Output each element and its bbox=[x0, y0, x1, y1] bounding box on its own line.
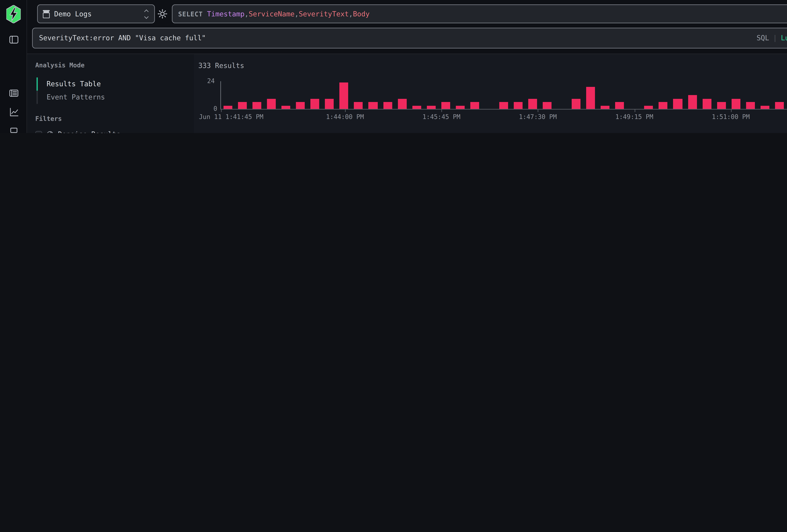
denoise-checkbox[interactable] bbox=[35, 131, 42, 133]
select-field-timestamp: Timestamp bbox=[207, 10, 244, 18]
filters-sidebar: Analysis Mode Results Table Event Patter… bbox=[27, 54, 194, 133]
results-header: 333 Results Scanned Rows: 788242 bbox=[198, 62, 787, 70]
select-separator: , bbox=[349, 10, 353, 18]
sql-toggle[interactable]: SQL bbox=[757, 34, 769, 42]
histogram-bar bbox=[296, 102, 305, 109]
y-axis-max-label: 24 bbox=[207, 78, 215, 84]
histogram-bars bbox=[221, 81, 787, 109]
histogram-bar bbox=[702, 99, 711, 109]
histogram-bar bbox=[369, 102, 378, 109]
chart-explorer-icon[interactable] bbox=[8, 106, 19, 117]
histogram-bar bbox=[499, 102, 508, 109]
select-field-severitytext: SeverityText bbox=[299, 10, 349, 18]
search-query-text: SeverityText:error AND "Visa cache full" bbox=[39, 34, 751, 42]
x-axis-tick bbox=[345, 109, 346, 112]
histogram-bar bbox=[731, 99, 740, 109]
x-axis-labels: Jun 11 1:41:45 PM 1:44:00 PM 1:45:45 PM … bbox=[221, 113, 787, 121]
histogram-bar bbox=[528, 99, 537, 109]
select-field-servicename: ServiceName bbox=[249, 10, 295, 18]
histogram-bar bbox=[253, 102, 261, 109]
x-tick-label: 1:47:30 PM bbox=[519, 113, 557, 120]
x-axis-tick bbox=[634, 109, 635, 112]
tab-results-table[interactable]: Results Table bbox=[37, 78, 188, 91]
histogram-bar bbox=[760, 105, 769, 109]
histogram-bar bbox=[688, 95, 697, 109]
x-tick-label: 1:51:00 PM bbox=[712, 113, 750, 120]
x-axis-tick bbox=[731, 109, 731, 112]
histogram-bar bbox=[543, 102, 552, 109]
x-tick-label: 1:44:00 PM bbox=[326, 113, 364, 120]
histogram-bar bbox=[325, 99, 334, 109]
denoise-label: Denoise Results bbox=[58, 130, 121, 133]
lucene-toggle[interactable]: Lucene bbox=[781, 34, 787, 42]
histogram-bar bbox=[282, 105, 291, 109]
histogram-bar bbox=[354, 102, 363, 109]
x-tick-label: Jun 11 1:41:45 PM bbox=[199, 113, 263, 120]
select-chevrons-icon bbox=[145, 10, 148, 18]
tab-event-patterns[interactable]: Event Patterns bbox=[37, 91, 188, 104]
sessions-icon[interactable] bbox=[8, 125, 19, 133]
results-count: 333 Results bbox=[198, 62, 244, 70]
search-logs-icon[interactable] bbox=[8, 87, 19, 98]
top-bar: Demo Logs SELECT Timestamp, ServiceName,… bbox=[27, 0, 787, 54]
app-root: ? U Demo Logs SELECT Timestamp, ServiceN… bbox=[0, 0, 787, 133]
select-keyword: SELECT bbox=[178, 10, 203, 17]
select-field-body: Body bbox=[353, 10, 369, 18]
icon-rail: ? U bbox=[0, 0, 27, 133]
histogram-bar bbox=[470, 102, 479, 109]
log-source-icon bbox=[43, 10, 50, 18]
histogram-bar bbox=[644, 105, 653, 109]
collapse-sidebar-icon[interactable] bbox=[8, 34, 19, 45]
histogram-bar bbox=[398, 99, 406, 109]
histogram-bar bbox=[340, 82, 348, 109]
search-input[interactable]: SeverityText:error AND "Visa cache full"… bbox=[32, 28, 787, 48]
denoise-results-row[interactable]: Denoise Results bbox=[35, 128, 188, 133]
x-tick-label: 1:49:15 PM bbox=[615, 113, 653, 120]
select-separator: , bbox=[244, 10, 249, 18]
x-tick-label: 1:45:45 PM bbox=[423, 113, 461, 120]
select-clause-input[interactable]: SELECT Timestamp, ServiceName, SeverityT… bbox=[172, 4, 787, 23]
results-panel: 333 Results Scanned Rows: 788242 24 0 Ju… bbox=[194, 54, 787, 133]
filters-title: Filters bbox=[35, 115, 188, 122]
histogram-bar bbox=[267, 99, 276, 109]
query-language-toggle: SQL | Lucene bbox=[757, 34, 787, 42]
events-histogram: 24 0 Jun 11 1:41:45 PM 1:44:00 PM 1:45:4… bbox=[220, 81, 787, 109]
x-axis-tick bbox=[221, 109, 221, 112]
histogram-bar bbox=[586, 87, 595, 109]
histogram-bar bbox=[775, 102, 784, 109]
histogram-bar bbox=[673, 99, 682, 109]
analysis-mode-tabs: Results Table Event Patterns bbox=[37, 78, 188, 104]
histogram-bar bbox=[615, 102, 624, 109]
histogram-bar bbox=[601, 105, 610, 109]
histogram-bar bbox=[746, 102, 755, 109]
hyperdx-logo-icon[interactable] bbox=[6, 5, 21, 23]
histogram-bar bbox=[427, 105, 435, 109]
source-select[interactable]: Demo Logs bbox=[37, 4, 155, 23]
source-select-value: Demo Logs bbox=[54, 10, 141, 18]
histogram-bar bbox=[456, 105, 465, 109]
tab-results-table-label: Results Table bbox=[47, 80, 101, 88]
histogram-bar bbox=[238, 102, 247, 109]
source-settings-gear-icon[interactable] bbox=[157, 9, 168, 19]
analysis-mode-title: Analysis Mode bbox=[35, 62, 188, 69]
histogram-bar bbox=[659, 102, 668, 109]
histogram-bar bbox=[311, 99, 319, 109]
histogram-bar bbox=[514, 102, 523, 109]
tab-event-patterns-label: Event Patterns bbox=[47, 93, 105, 101]
x-axis-tick bbox=[442, 109, 442, 112]
histogram-bar bbox=[224, 105, 232, 109]
y-axis-min-label: 0 bbox=[213, 105, 217, 112]
histogram-bar bbox=[412, 105, 421, 109]
histogram-bar bbox=[717, 102, 726, 109]
histogram-bar bbox=[572, 99, 581, 109]
x-axis-ticks bbox=[221, 109, 787, 112]
histogram-bar bbox=[441, 102, 450, 109]
histogram-bar bbox=[383, 102, 392, 109]
toggle-divider: | bbox=[773, 34, 777, 42]
select-separator: , bbox=[295, 10, 299, 18]
denoise-icon bbox=[47, 131, 54, 133]
x-axis-tick bbox=[538, 109, 538, 112]
